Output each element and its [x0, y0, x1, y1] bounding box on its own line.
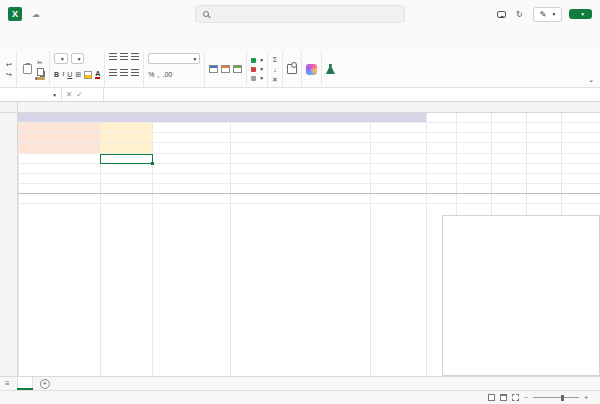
header-payment-cell[interactable]	[100, 184, 152, 193]
align-right-icon[interactable]	[131, 69, 139, 76]
selected-cell-b5[interactable]	[100, 154, 153, 165]
cell-styles-icon[interactable]	[233, 65, 242, 73]
monthly-payment-label-cell[interactable]	[18, 164, 100, 173]
paste-clipboard-icon	[23, 64, 32, 74]
copy-icon[interactable]	[37, 68, 44, 76]
excel-labs-flask-icon[interactable]	[326, 64, 335, 74]
sheet-tab-sheet1[interactable]	[17, 377, 33, 390]
sheet-tab-bar: ≡ +	[0, 376, 600, 390]
rate-example-cell[interactable]	[152, 133, 230, 142]
sheet-list-menu-icon[interactable]: ≡	[5, 379, 10, 388]
copilot-icon[interactable]	[306, 64, 317, 75]
cut-scissors-icon[interactable]: ✂	[37, 58, 45, 67]
loan-amount-note-cell[interactable]	[230, 123, 370, 132]
editing-mode-button[interactable]: ✎ ▾	[533, 7, 562, 22]
header-balance-cell[interactable]	[370, 184, 426, 193]
total-interest-label-cell[interactable]	[152, 174, 230, 183]
search-bar[interactable]	[195, 5, 405, 23]
ribbon-group-addins	[283, 51, 302, 86]
total-paid-value-cell[interactable]	[100, 174, 152, 183]
autosave-cloud-icon: ☁	[32, 10, 40, 19]
balance-line-chart[interactable]	[442, 215, 600, 376]
align-left-icon[interactable]	[109, 69, 117, 76]
zoom-out-button[interactable]: −	[524, 394, 528, 401]
confirm-entry-icon[interactable]: ✓	[76, 90, 82, 99]
conditional-formatting-icon[interactable]	[209, 65, 218, 73]
format-painter-icon[interactable]	[37, 77, 45, 80]
formula-input[interactable]	[104, 88, 600, 101]
share-button[interactable]: ▾	[569, 9, 592, 19]
delete-cells-button[interactable]: ▾	[251, 65, 263, 73]
grid[interactable]	[0, 113, 600, 376]
catchup-button[interactable]: ↻	[516, 10, 526, 19]
rate-note-cell[interactable]	[230, 133, 370, 142]
monthly-payment-value-cell[interactable]	[100, 164, 152, 173]
collapse-ribbon-chevron-icon[interactable]: ⌄	[588, 75, 594, 84]
fill-down-icon[interactable]: ↓	[273, 65, 277, 74]
align-middle-icon[interactable]	[120, 53, 128, 60]
fill-color-icon[interactable]	[84, 71, 92, 79]
font-color-icon[interactable]: A	[95, 70, 100, 79]
percent-style-icon[interactable]: %	[148, 70, 154, 79]
borders-icon[interactable]: ⊞	[75, 70, 81, 79]
cancel-entry-icon[interactable]: ✕	[66, 90, 72, 99]
normal-view-icon[interactable]	[488, 394, 495, 401]
ribbon: ↩ ↪ ✂ ▾	[0, 50, 600, 88]
header-interest-cell[interactable]	[152, 184, 230, 193]
ribbon-group-font: ▾ ▾ B I U ⊞ A	[50, 51, 105, 86]
header-month-cell[interactable]	[18, 184, 100, 193]
font-name-select[interactable]: ▾	[54, 53, 68, 64]
term-value-cell[interactable]	[100, 143, 152, 152]
add-sheet-button[interactable]: +	[40, 379, 50, 389]
bold-button[interactable]: B	[54, 70, 59, 79]
ribbon-tab-bar	[0, 28, 600, 50]
loan-amount-label-cell[interactable]	[18, 123, 100, 132]
initial-balance-value-cell[interactable]	[370, 194, 426, 203]
total-interest-value-cell[interactable]	[230, 174, 370, 183]
loan-amount-value-cell[interactable]	[100, 123, 152, 132]
zoom-in-button[interactable]: +	[584, 394, 588, 401]
sheet-title-cell[interactable]	[18, 113, 426, 122]
term-note-cell[interactable]	[230, 143, 370, 152]
addins-puzzle-icon[interactable]	[287, 64, 297, 74]
insert-cells-button[interactable]: ▾	[251, 56, 263, 64]
term-example-cell[interactable]	[152, 143, 230, 152]
comma-style-icon[interactable]: ,	[158, 70, 160, 79]
clear-icon[interactable]: ✕	[272, 75, 278, 84]
italic-button[interactable]: I	[62, 70, 64, 79]
underline-button[interactable]: U	[67, 70, 72, 79]
zoom-slider[interactable]	[533, 397, 579, 398]
delete-icon	[251, 67, 256, 72]
loan-amount-example-cell[interactable]	[152, 123, 230, 132]
total-paid-label-cell[interactable]	[18, 174, 100, 183]
header-principal-cell[interactable]	[230, 184, 370, 193]
initial-balance-label-cell[interactable]	[230, 194, 370, 203]
sheet-row	[0, 174, 600, 184]
titlebar: X ☁ ↻ ✎ ▾ ▾	[0, 0, 600, 28]
term-label-cell[interactable]	[18, 143, 100, 152]
format-cells-button[interactable]: ▾	[251, 74, 263, 82]
rate-value-cell[interactable]	[100, 133, 152, 142]
align-top-icon[interactable]	[109, 53, 117, 60]
font-size-select[interactable]: ▾	[71, 53, 85, 64]
chevron-down-icon: ▾	[260, 74, 263, 82]
undo-icon[interactable]: ↩	[6, 60, 12, 69]
name-box[interactable]: ▾	[0, 88, 62, 101]
autosum-icon[interactable]: Σ	[273, 55, 277, 64]
format-as-table-icon[interactable]	[221, 65, 230, 73]
ribbon-group-number: ▾ % , .00	[144, 51, 205, 86]
number-format-select[interactable]: ▾	[148, 53, 200, 64]
zoom-slider-thumb[interactable]	[561, 395, 564, 401]
comments-button[interactable]	[497, 11, 509, 18]
redo-icon[interactable]: ↪	[6, 70, 12, 79]
align-bottom-icon[interactable]	[131, 53, 139, 60]
rate-label-cell[interactable]	[18, 133, 100, 142]
select-all-corner[interactable]	[0, 102, 18, 112]
decimal-icon[interactable]: .00	[162, 70, 172, 79]
ribbon-group-clipboard: ✂	[17, 51, 50, 86]
page-layout-view-icon[interactable]	[500, 394, 507, 401]
sheet-row	[0, 123, 600, 133]
paste-button[interactable]	[21, 64, 34, 75]
page-break-view-icon[interactable]	[512, 394, 519, 401]
align-center-icon[interactable]	[120, 69, 128, 76]
